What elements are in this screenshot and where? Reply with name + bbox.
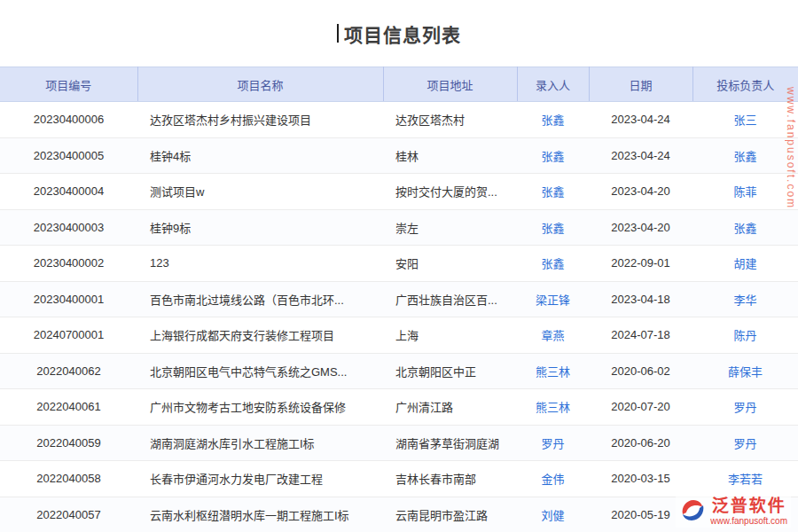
watermark-text: 泛普软件 www.fanpusoft.com <box>710 497 787 526</box>
cell-date: 2023-04-24 <box>589 137 692 174</box>
cell-bid_manager[interactable]: 胡建 <box>692 246 798 282</box>
cell-entered_by[interactable]: 熊三林 <box>517 389 589 426</box>
cell-entered_by[interactable]: 张鑫 <box>517 246 589 282</box>
cell-bid_manager[interactable]: 罗丹 <box>692 389 798 426</box>
cell-name: 湖南洞庭湖水库引水工程施工I标 <box>137 425 383 461</box>
table-row[interactable]: 20230400004测试项目w按时交付大厦的贺...张鑫2023-04-20陈… <box>0 174 798 210</box>
cell-name: 桂钟9标 <box>137 209 383 246</box>
cell-address: 广西壮族自治区百... <box>383 281 517 317</box>
cell-bid_manager[interactable]: 李华 <box>692 281 798 317</box>
table-row[interactable]: 2022040062北京朝阳区电气中芯特气系统之GMS...北京朝阳区中正熊三林… <box>0 353 798 389</box>
cell-name: 上海银行成都天府支行装修工程项目 <box>137 317 383 354</box>
table-row[interactable]: 20230400003桂钟9标崇左张鑫2023-04-20张鑫 <box>0 209 798 246</box>
cell-entered_by[interactable]: 金伟 <box>517 461 589 497</box>
cell-name: 广州市文物考古工地安防系统设备保修 <box>137 389 383 426</box>
table-body: 20230400006达孜区塔杰村乡村振兴建设项目达孜区塔杰村张鑫2023-04… <box>0 102 798 532</box>
cell-number: 2022040059 <box>0 425 137 461</box>
cell-date: 2023-04-20 <box>589 209 692 246</box>
cell-date: 2022-09-01 <box>589 246 692 282</box>
cell-entered_by[interactable]: 刘健 <box>517 497 589 532</box>
cell-date: 2020-07-20 <box>589 389 692 426</box>
column-header-name: 项目名称 <box>137 67 383 102</box>
table-row[interactable]: 20240700001上海银行成都天府支行装修工程项目上海章燕2024-07-1… <box>0 317 798 354</box>
cell-bid_manager[interactable]: 李若若 <box>692 461 798 497</box>
cell-number: 20230400005 <box>0 137 137 174</box>
cell-entered_by[interactable]: 张鑫 <box>517 174 589 210</box>
project-table: 项目编号项目名称项目地址录入人日期投标负责人 20230400006达孜区塔杰村… <box>0 66 798 532</box>
table-row[interactable]: 20230400001百色市南北过境线公路（百色市北环...广西壮族自治区百..… <box>0 281 798 317</box>
cell-address: 湖南省茅草街洞庭湖 <box>383 425 517 461</box>
cell-address: 崇左 <box>383 209 517 246</box>
cell-address: 按时交付大厦的贺... <box>383 174 517 210</box>
cell-number: 2022040058 <box>0 461 137 497</box>
cell-address: 桂林 <box>383 137 517 174</box>
cell-number: 20230400003 <box>0 209 137 246</box>
watermark-url: www.fanpusoft.com <box>710 516 787 526</box>
cell-name: 长春市伊通河水力发电厂改建工程 <box>137 461 383 497</box>
cell-address: 广州清江路 <box>383 389 517 426</box>
table-row[interactable]: 20230400002123安阳张鑫2022-09-01胡建 <box>0 246 798 282</box>
cell-bid_manager[interactable]: 张三 <box>692 102 798 138</box>
cell-name: 达孜区塔杰村乡村振兴建设项目 <box>137 102 383 138</box>
cell-name: 北京朝阳区电气中芯特气系统之GMS... <box>137 353 383 389</box>
cell-date: 2023-04-18 <box>589 281 692 317</box>
cell-name: 测试项目w <box>137 174 383 210</box>
cell-number: 20230400001 <box>0 281 137 317</box>
cell-number: 20240700001 <box>0 317 137 354</box>
cell-bid_manager[interactable]: 张鑫 <box>692 137 798 174</box>
watermark-brand: 泛普软件 <box>712 497 786 516</box>
cell-entered_by[interactable]: 张鑫 <box>517 209 589 246</box>
cell-date: 2023-04-24 <box>589 102 692 138</box>
cell-address: 北京朝阳区中正 <box>383 353 517 389</box>
cell-number: 2022040062 <box>0 353 137 389</box>
column-header-number: 项目编号 <box>0 67 137 102</box>
cell-address: 云南昆明市盈江路 <box>383 497 517 532</box>
cell-entered_by[interactable]: 梁正锋 <box>517 281 589 317</box>
project-info-page: 项目信息列表 项目编号项目名称项目地址录入人日期投标负责人 2023040000… <box>0 0 798 532</box>
cell-address: 达孜区塔杰村 <box>383 102 517 138</box>
column-header-address: 项目地址 <box>383 67 517 102</box>
cell-entered_by[interactable]: 张鑫 <box>517 137 589 174</box>
page-header: 项目信息列表 <box>0 0 798 66</box>
cell-entered_by[interactable]: 罗丹 <box>517 425 589 461</box>
table-row[interactable]: 20230400005桂钟4标桂林张鑫2023-04-24张鑫 <box>0 137 798 174</box>
cell-number: 2022040061 <box>0 389 137 426</box>
column-header-date: 日期 <box>589 67 692 102</box>
cell-date: 2023-04-20 <box>589 174 692 210</box>
cell-address: 吉林长春市南部 <box>383 461 517 497</box>
column-header-bid_manager: 投标负责人 <box>692 67 798 102</box>
cell-entered_by[interactable]: 张鑫 <box>517 102 589 138</box>
cell-name: 百色市南北过境线公路（百色市北环... <box>137 281 383 317</box>
cell-address: 安阳 <box>383 246 517 282</box>
fanpu-logo-icon <box>679 497 706 523</box>
cell-name: 云南水利枢纽潜明水库一期工程施工I标 <box>137 497 383 532</box>
table-row[interactable]: 2022040059湖南洞庭湖水库引水工程施工I标湖南省茅草街洞庭湖罗丹2020… <box>0 425 798 461</box>
text-cursor <box>337 24 339 43</box>
table-row[interactable]: 20230400006达孜区塔杰村乡村振兴建设项目达孜区塔杰村张鑫2023-04… <box>0 102 798 138</box>
cell-date: 2020-03-15 <box>589 461 692 497</box>
table-header-row: 项目编号项目名称项目地址录入人日期投标负责人 <box>0 67 798 102</box>
cell-number: 20230400006 <box>0 102 137 138</box>
cell-date: 2020-06-20 <box>589 425 692 461</box>
cell-number: 20230400002 <box>0 246 137 282</box>
cell-date: 2020-06-02 <box>589 353 692 389</box>
cell-bid_manager[interactable]: 陈菲 <box>692 174 798 210</box>
cell-entered_by[interactable]: 章燕 <box>517 317 589 354</box>
cell-address: 上海 <box>383 317 517 354</box>
cell-date: 2024-07-18 <box>589 317 692 354</box>
cell-bid_manager[interactable]: 陈丹 <box>692 317 798 354</box>
cell-entered_by[interactable]: 熊三林 <box>517 353 589 389</box>
table-row[interactable]: 2022040058长春市伊通河水力发电厂改建工程吉林长春市南部金伟2020-0… <box>0 461 798 497</box>
cell-bid_manager[interactable]: 罗丹 <box>692 425 798 461</box>
cell-bid_manager[interactable]: 张鑫 <box>692 209 798 246</box>
column-header-entered_by: 录入人 <box>517 67 589 102</box>
page-title: 项目信息列表 <box>344 20 461 47</box>
cell-bid_manager[interactable]: 薛保丰 <box>692 353 798 389</box>
cell-number: 20230400004 <box>0 174 137 210</box>
watermark: 泛普软件 www.fanpusoft.com <box>676 495 791 528</box>
cell-name: 桂钟4标 <box>137 137 383 174</box>
table-row[interactable]: 2022040061广州市文物考古工地安防系统设备保修广州清江路熊三林2020-… <box>0 389 798 426</box>
cell-number: 2022040057 <box>0 497 137 532</box>
cell-name: 123 <box>137 246 383 282</box>
